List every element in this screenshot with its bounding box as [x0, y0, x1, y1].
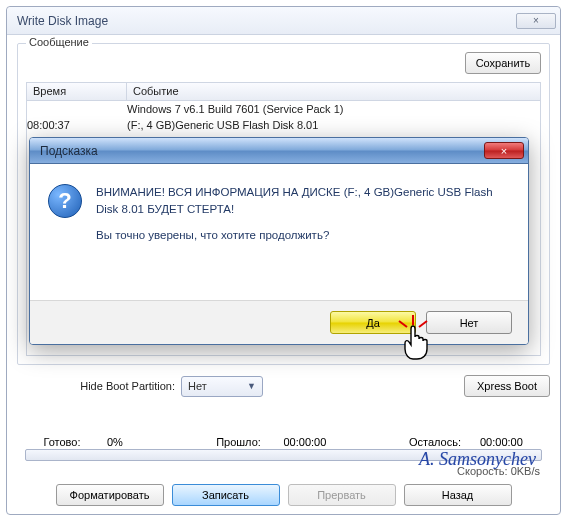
abort-label: Прервать — [317, 489, 366, 501]
window-close-button[interactable]: × — [516, 13, 556, 29]
dialog-body: ? ВНИМАНИЕ! ВСЯ ИНФОРМАЦИЯ НА ДИСКЕ (F:,… — [30, 164, 528, 252]
log-header-event[interactable]: Событие — [127, 83, 540, 100]
close-icon: × — [533, 15, 539, 26]
remain-label: Осталось: — [390, 436, 480, 448]
hide-boot-value: Нет — [188, 380, 207, 392]
log-cell-time — [27, 103, 127, 119]
confirm-dialog: Подсказка × ? ВНИМАНИЕ! ВСЯ ИНФОРМАЦИЯ Н… — [29, 137, 529, 345]
main-window: Write Disk Image × Сообщение Сохранить В… — [6, 6, 561, 515]
format-button[interactable]: Форматировать — [56, 484, 164, 506]
xpress-boot-button[interactable]: Xpress Boot — [464, 375, 550, 397]
write-label: Записать — [202, 489, 249, 501]
log-cell-event: (F:, 4 GB)Generic USB Flash Disk 8.01 — [127, 119, 540, 135]
chevron-down-icon: ▼ — [247, 381, 256, 391]
no-label: Нет — [460, 317, 479, 329]
elapsed-label: Прошло: — [194, 436, 284, 448]
question-glyph: ? — [58, 188, 71, 214]
yes-label: Да — [366, 317, 380, 329]
log-body: Windows 7 v6.1 Build 7601 (Service Pack … — [27, 101, 540, 137]
remain-value: 00:00:00 — [480, 436, 550, 448]
xpress-boot-label: Xpress Boot — [477, 380, 537, 392]
write-button[interactable]: Записать — [172, 484, 280, 506]
dialog-text: ВНИМАНИЕ! ВСЯ ИНФОРМАЦИЯ НА ДИСКЕ (F:, 4… — [96, 184, 510, 244]
watermark: A. Samsonychev — [419, 449, 536, 470]
yes-button[interactable]: Да — [330, 311, 416, 334]
no-button[interactable]: Нет — [426, 311, 512, 334]
log-cell-time: 08:00:37 — [27, 119, 127, 135]
ready-value: 0% — [107, 436, 157, 448]
close-icon: × — [501, 145, 507, 157]
titlebar[interactable]: Write Disk Image × — [7, 7, 560, 35]
dialog-title: Подсказка — [40, 144, 98, 158]
back-button[interactable]: Назад — [404, 484, 512, 506]
hide-boot-label: Hide Boot Partition: — [17, 380, 181, 392]
elapsed-value: 00:00:00 — [284, 436, 354, 448]
save-log-label: Сохранить — [476, 57, 531, 69]
message-group-label: Сообщение — [26, 36, 92, 48]
dialog-warning: ВНИМАНИЕ! ВСЯ ИНФОРМАЦИЯ НА ДИСКЕ (F:, 4… — [96, 184, 510, 217]
form-rows: Hide Boot Partition: Нет ▼ Xpress Boot — [17, 373, 550, 399]
log-row[interactable]: Windows 7 v6.1 Build 7601 (Service Pack … — [27, 103, 540, 119]
log-cell-event: Windows 7 v6.1 Build 7601 (Service Pack … — [127, 103, 540, 119]
dialog-titlebar[interactable]: Подсказка × — [30, 138, 528, 164]
ready-label: Готово: — [17, 436, 107, 448]
dialog-confirm: Вы точно уверены, что хотите продолжить? — [96, 229, 329, 241]
hide-boot-dropdown[interactable]: Нет ▼ — [181, 376, 263, 397]
window-title: Write Disk Image — [17, 14, 108, 28]
save-log-button[interactable]: Сохранить — [465, 52, 541, 74]
format-label: Форматировать — [70, 489, 150, 501]
hide-boot-row: Hide Boot Partition: Нет ▼ Xpress Boot — [17, 373, 550, 399]
log-header: Время Событие — [27, 83, 540, 101]
dialog-button-bar: Да Нет — [30, 300, 528, 344]
bottom-button-bar: Форматировать Записать Прервать Назад — [17, 484, 550, 506]
back-label: Назад — [442, 489, 474, 501]
log-row[interactable]: 08:00:37 (F:, 4 GB)Generic USB Flash Dis… — [27, 119, 540, 135]
dialog-close-button[interactable]: × — [484, 142, 524, 159]
abort-button: Прервать — [288, 484, 396, 506]
log-header-time[interactable]: Время — [27, 83, 127, 100]
question-icon: ? — [48, 184, 82, 218]
